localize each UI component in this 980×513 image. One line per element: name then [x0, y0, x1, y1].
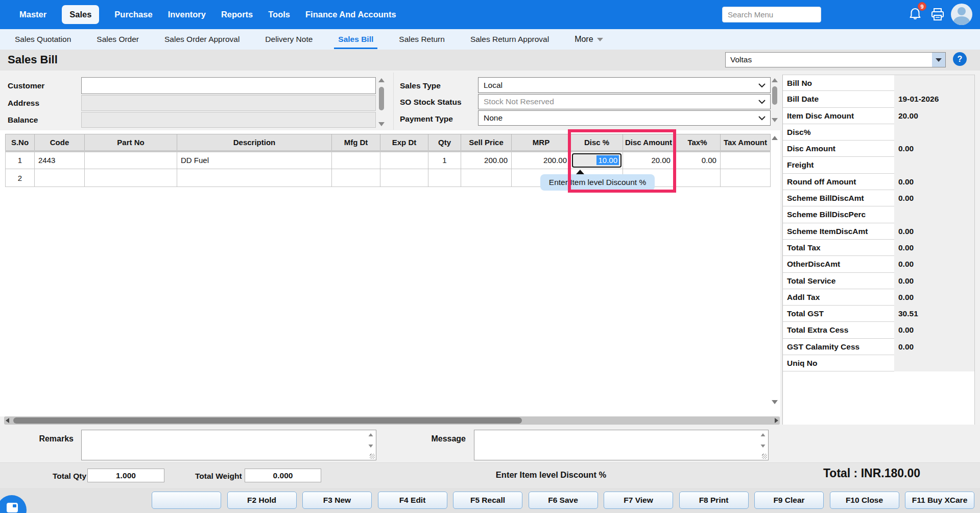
cell-1-tax-amt[interactable]: [720, 151, 770, 169]
scroll-up-icon[interactable]: [369, 433, 373, 436]
summary-value-addl-tax: 0.00: [894, 289, 974, 306]
cell-1-exp-dt[interactable]: [380, 151, 428, 169]
cell-1-code[interactable]: 2443: [35, 151, 85, 169]
cell-1-sell-price[interactable]: 200.00: [461, 151, 512, 169]
summary-value-scheme-billdiscamt: 0.00: [894, 190, 974, 206]
nav-item-finance-and-accounts[interactable]: Finance And Accounts: [305, 10, 396, 19]
disc-pct-input[interactable]: 10.00: [572, 153, 622, 168]
subnav-item-sales-bill[interactable]: Sales Bill: [338, 35, 373, 44]
nav-item-sales[interactable]: Sales: [62, 5, 99, 24]
help-button[interactable]: ?: [953, 52, 967, 66]
cell-2-tax-amt[interactable]: [720, 169, 770, 187]
form-scrollbar-left[interactable]: [377, 77, 386, 130]
cell-1-part-no[interactable]: [85, 151, 177, 169]
fn-button-f3-new[interactable]: F3 New: [302, 492, 372, 509]
subnav-item-sales-return-approval[interactable]: Sales Return Approval: [470, 35, 549, 44]
sales-type-select[interactable]: Local: [478, 77, 771, 93]
scroll-right-icon[interactable]: [775, 418, 778, 423]
nav-item-tools[interactable]: Tools: [268, 10, 290, 19]
fn-button-blank[interactable]: [152, 492, 221, 509]
h-scroll-thumb[interactable]: [13, 417, 522, 424]
cell-1-disc-amt[interactable]: 20.00: [623, 151, 675, 169]
remarks-textarea[interactable]: [81, 430, 376, 460]
fn-button-f4-edit[interactable]: F4 Edit: [378, 492, 447, 509]
grid-header-mfg-dt: Mfg Dt: [332, 134, 380, 151]
cell-2-sell-price[interactable]: [461, 169, 512, 187]
summary-label-gst-calamity-cess: GST Calamity Cess: [787, 339, 859, 355]
cell-2-sno[interactable]: 2: [6, 169, 35, 187]
cell-2-part-no[interactable]: [85, 169, 177, 187]
subnav-item-sales-order[interactable]: Sales Order: [97, 35, 139, 44]
scroll-up-icon[interactable]: [772, 78, 778, 82]
fn-button-f6-save[interactable]: F6 Save: [529, 492, 598, 509]
nav-item-inventory[interactable]: Inventory: [168, 10, 206, 19]
sales-subnav: Sales QuotationSales OrderSales Order Ap…: [0, 29, 980, 50]
h-scrollbar[interactable]: [4, 416, 780, 425]
fn-button-f5-recall[interactable]: F5 Recall: [453, 492, 522, 509]
cell-2-tax-pct[interactable]: [674, 169, 720, 187]
fn-button-f10-close[interactable]: F10 Close: [830, 492, 899, 509]
cell-2-code[interactable]: [35, 169, 85, 187]
more-menu[interactable]: More: [575, 35, 603, 44]
summary-value-item-disc-amount: 20.00: [894, 108, 974, 124]
avatar[interactable]: [951, 4, 972, 25]
scroll-down-icon[interactable]: [378, 122, 385, 126]
summary-row-gst-calamity-cess: GST Calamity Cess0.00: [783, 339, 974, 355]
payment-type-select[interactable]: None: [478, 110, 771, 126]
cell-1-qty[interactable]: 1: [428, 151, 461, 169]
nav-item-reports[interactable]: Reports: [221, 10, 253, 19]
cell-1-tax-pct[interactable]: 0.00: [674, 151, 720, 169]
subnav-item-sales-order-approval[interactable]: Sales Order Approval: [164, 35, 240, 44]
scroll-left-icon[interactable]: [6, 418, 9, 423]
nav-item-purchase[interactable]: Purchase: [114, 10, 152, 19]
company-select-arrow[interactable]: [932, 53, 945, 67]
fn-button-f11-buy-xcare[interactable]: F11 Buy XCare: [905, 492, 974, 509]
form-scrollbar-right[interactable]: [771, 77, 779, 126]
summary-label-freight: Freight: [787, 157, 814, 173]
scroll-down-icon[interactable]: [369, 445, 373, 448]
scroll-thumb[interactable]: [379, 87, 384, 110]
remarks-label: Remarks: [20, 434, 74, 444]
cell-1-mrp[interactable]: 200.00: [512, 151, 571, 169]
summary-label-round-off-amount: Round off Amount: [787, 174, 856, 190]
cell-1-description[interactable]: DD Fuel: [177, 151, 332, 169]
customer-input[interactable]: [81, 77, 376, 94]
total-qty-label: Total Qty: [53, 472, 86, 481]
cell-2-mfg-dt[interactable]: [332, 169, 380, 187]
cell-2-description[interactable]: [177, 169, 332, 187]
scroll-up-icon[interactable]: [761, 433, 766, 436]
nav-item-master[interactable]: Master: [19, 10, 46, 19]
summary-row-total-service: Total Service0.00: [783, 273, 974, 289]
cell-2-exp-dt[interactable]: [380, 169, 428, 187]
grid-header-sell-price: Sell Price: [461, 134, 512, 151]
fn-button-f7-view[interactable]: F7 View: [604, 492, 673, 509]
printer-icon[interactable]: [931, 8, 945, 21]
so-stock-status-select[interactable]: Stock Not Reserved: [478, 94, 771, 109]
resize-handle-icon[interactable]: [370, 454, 375, 459]
scroll-thumb[interactable]: [772, 86, 777, 105]
message-textarea[interactable]: [474, 430, 769, 460]
scroll-up-icon[interactable]: [378, 78, 385, 82]
resize-handle-icon[interactable]: [762, 454, 767, 459]
chevron-down-icon: [758, 83, 766, 88]
cell-1-sno[interactable]: 1: [6, 151, 35, 169]
subnav-item-sales-quotation[interactable]: Sales Quotation: [15, 35, 71, 44]
chevron-down-icon: [597, 38, 603, 41]
cell-2-qty[interactable]: [428, 169, 461, 187]
grid-scroll-up-icon[interactable]: [772, 136, 778, 140]
cell-1-mfg-dt[interactable]: [332, 151, 380, 169]
company-select[interactable]: Voltas: [725, 52, 946, 67]
grid-scroll-down-icon[interactable]: [772, 400, 778, 404]
subnav-item-delivery-note[interactable]: Delivery Note: [265, 35, 313, 44]
search-input[interactable]: [722, 7, 821, 22]
subnav-item-sales-return[interactable]: Sales Return: [399, 35, 445, 44]
fn-button-f8-print[interactable]: F8 Print: [679, 492, 749, 509]
grid-header-disc-amt: Disc Amount: [623, 134, 675, 151]
fn-button-f9-clear[interactable]: F9 Clear: [754, 492, 824, 509]
scroll-down-icon[interactable]: [772, 118, 778, 122]
scroll-down-icon[interactable]: [761, 445, 766, 448]
cell-1-disc-pct[interactable]: 10.00: [571, 151, 623, 169]
summary-label-uniq-no: Uniq No: [787, 355, 817, 371]
fn-button-f2-hold[interactable]: F2 Hold: [227, 492, 297, 509]
summary-row-bill-no: Bill No: [783, 75, 974, 91]
